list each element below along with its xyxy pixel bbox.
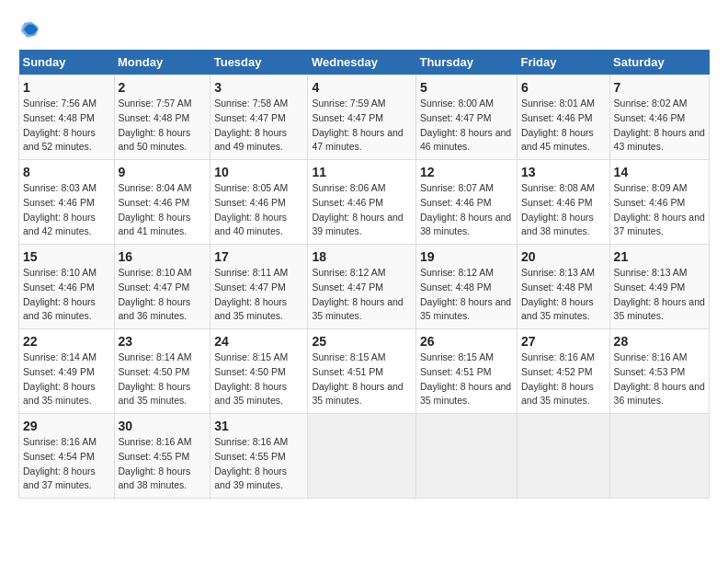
day-number: 16 [119, 249, 207, 264]
day-detail: Sunrise: 8:07 AMSunset: 4:46 PMDaylight:… [420, 182, 511, 236]
calendar-cell: 16 Sunrise: 8:10 AMSunset: 4:47 PMDaylig… [114, 245, 210, 329]
day-detail: Sunrise: 8:05 AMSunset: 4:46 PMDaylight:… [214, 182, 288, 236]
day-detail: Sunrise: 8:11 AMSunset: 4:47 PMDaylight:… [214, 267, 288, 321]
calendar-cell: 10 Sunrise: 8:05 AMSunset: 4:46 PMDaylig… [210, 160, 308, 245]
calendar-cell [308, 414, 416, 499]
day-number: 14 [614, 165, 705, 179]
calendar-week-1: 1 Sunrise: 7:56 AMSunset: 4:48 PMDayligh… [19, 75, 710, 160]
calendar-cell: 26 Sunrise: 8:15 AMSunset: 4:51 PMDaylig… [415, 329, 517, 414]
calendar-cell: 21 Sunrise: 8:13 AMSunset: 4:49 PMDaylig… [609, 245, 709, 329]
day-detail: Sunrise: 8:16 AMSunset: 4:55 PMDaylight:… [119, 436, 192, 490]
day-detail: Sunrise: 8:16 AMSunset: 4:55 PMDaylight:… [214, 436, 288, 490]
calendar-cell: 7 Sunrise: 8:02 AMSunset: 4:46 PMDayligh… [609, 75, 709, 160]
day-number: 28 [614, 334, 705, 349]
day-number: 9 [119, 165, 207, 179]
calendar-cell: 4 Sunrise: 7:59 AMSunset: 4:47 PMDayligh… [308, 75, 416, 160]
calendar-cell: 2 Sunrise: 7:57 AMSunset: 4:48 PMDayligh… [114, 75, 210, 160]
day-number: 17 [214, 249, 303, 264]
calendar-cell: 23 Sunrise: 8:14 AMSunset: 4:50 PMDaylig… [114, 329, 210, 414]
day-detail: Sunrise: 8:03 AMSunset: 4:46 PMDaylight:… [23, 182, 97, 236]
day-number: 18 [312, 249, 412, 264]
calendar-cell: 19 Sunrise: 8:12 AMSunset: 4:48 PMDaylig… [415, 245, 517, 329]
calendar-cell: 6 Sunrise: 8:01 AMSunset: 4:46 PMDayligh… [517, 75, 609, 160]
calendar-week-2: 8 Sunrise: 8:03 AMSunset: 4:46 PMDayligh… [19, 160, 710, 245]
day-detail: Sunrise: 8:16 AMSunset: 4:52 PMDaylight:… [521, 351, 595, 406]
calendar-cell: 3 Sunrise: 7:58 AMSunset: 4:47 PMDayligh… [210, 75, 308, 160]
calendar-cell: 13 Sunrise: 8:08 AMSunset: 4:46 PMDaylig… [517, 160, 609, 245]
calendar-table: SundayMondayTuesdayWednesdayThursdayFrid… [18, 50, 710, 499]
day-detail: Sunrise: 8:09 AMSunset: 4:46 PMDaylight:… [614, 182, 705, 236]
calendar-cell: 22 Sunrise: 8:14 AMSunset: 4:49 PMDaylig… [19, 329, 115, 414]
day-detail: Sunrise: 8:10 AMSunset: 4:47 PMDaylight:… [119, 267, 192, 321]
calendar-cell: 29 Sunrise: 8:16 AMSunset: 4:54 PMDaylig… [19, 414, 115, 499]
calendar-cell: 5 Sunrise: 8:00 AMSunset: 4:47 PMDayligh… [415, 75, 517, 160]
calendar-cell: 8 Sunrise: 8:03 AMSunset: 4:46 PMDayligh… [19, 160, 115, 245]
day-detail: Sunrise: 8:14 AMSunset: 4:50 PMDaylight:… [119, 351, 192, 406]
calendar-cell: 11 Sunrise: 8:06 AMSunset: 4:46 PMDaylig… [308, 160, 416, 245]
day-number: 31 [214, 419, 303, 433]
calendar-cell [415, 414, 517, 499]
day-number: 23 [119, 334, 207, 349]
day-number: 6 [521, 80, 606, 95]
day-detail: Sunrise: 8:16 AMSunset: 4:53 PMDaylight:… [614, 351, 705, 406]
day-detail: Sunrise: 8:08 AMSunset: 4:46 PMDaylight:… [521, 182, 595, 236]
day-number: 19 [420, 249, 513, 264]
day-number: 2 [119, 80, 207, 95]
day-header-tuesday: Tuesday [210, 50, 308, 75]
day-detail: Sunrise: 8:15 AMSunset: 4:51 PMDaylight:… [312, 351, 403, 406]
day-detail: Sunrise: 8:00 AMSunset: 4:47 PMDaylight:… [420, 98, 511, 152]
day-detail: Sunrise: 8:04 AMSunset: 4:46 PMDaylight:… [119, 182, 192, 236]
day-header-thursday: Thursday [415, 50, 517, 75]
day-detail: Sunrise: 8:12 AMSunset: 4:47 PMDaylight:… [312, 267, 403, 321]
day-detail: Sunrise: 8:01 AMSunset: 4:46 PMDaylight:… [521, 98, 595, 152]
logo-icon [18, 18, 40, 40]
day-detail: Sunrise: 8:15 AMSunset: 4:51 PMDaylight:… [420, 351, 511, 406]
calendar-cell: 31 Sunrise: 8:16 AMSunset: 4:55 PMDaylig… [210, 414, 308, 499]
day-detail: Sunrise: 8:10 AMSunset: 4:46 PMDaylight:… [23, 267, 97, 321]
calendar-cell: 24 Sunrise: 8:15 AMSunset: 4:50 PMDaylig… [210, 329, 308, 414]
day-detail: Sunrise: 8:13 AMSunset: 4:48 PMDaylight:… [521, 267, 595, 321]
day-number: 11 [312, 165, 412, 179]
day-number: 13 [521, 165, 606, 179]
calendar-cell: 20 Sunrise: 8:13 AMSunset: 4:48 PMDaylig… [517, 245, 609, 329]
calendar-cell: 28 Sunrise: 8:16 AMSunset: 4:53 PMDaylig… [609, 329, 709, 414]
day-number: 21 [614, 249, 705, 264]
calendar-cell: 25 Sunrise: 8:15 AMSunset: 4:51 PMDaylig… [308, 329, 416, 414]
calendar-cell: 15 Sunrise: 8:10 AMSunset: 4:46 PMDaylig… [19, 245, 115, 329]
day-number: 26 [420, 334, 513, 349]
day-number: 7 [614, 80, 705, 95]
day-number: 15 [23, 249, 110, 264]
header [18, 18, 710, 40]
calendar-cell [609, 414, 709, 499]
day-detail: Sunrise: 8:12 AMSunset: 4:48 PMDaylight:… [420, 267, 511, 321]
day-number: 3 [214, 80, 303, 95]
day-number: 12 [420, 165, 513, 179]
day-number: 30 [119, 419, 207, 433]
day-header-wednesday: Wednesday [308, 50, 416, 75]
day-detail: Sunrise: 7:57 AMSunset: 4:48 PMDaylight:… [119, 98, 192, 152]
day-number: 29 [23, 419, 110, 433]
day-detail: Sunrise: 8:16 AMSunset: 4:54 PMDaylight:… [23, 436, 97, 490]
day-detail: Sunrise: 8:14 AMSunset: 4:49 PMDaylight:… [23, 351, 97, 406]
day-detail: Sunrise: 7:56 AMSunset: 4:48 PMDaylight:… [23, 98, 97, 152]
day-header-sunday: Sunday [19, 50, 115, 75]
day-number: 8 [23, 165, 110, 179]
calendar-week-4: 22 Sunrise: 8:14 AMSunset: 4:49 PMDaylig… [19, 329, 710, 414]
calendar-cell: 1 Sunrise: 7:56 AMSunset: 4:48 PMDayligh… [19, 75, 115, 160]
day-header-monday: Monday [114, 50, 210, 75]
day-detail: Sunrise: 8:06 AMSunset: 4:46 PMDaylight:… [312, 182, 403, 236]
day-number: 20 [521, 249, 606, 264]
day-detail: Sunrise: 8:13 AMSunset: 4:49 PMDaylight:… [614, 267, 705, 321]
calendar-cell: 27 Sunrise: 8:16 AMSunset: 4:52 PMDaylig… [517, 329, 609, 414]
day-detail: Sunrise: 7:58 AMSunset: 4:47 PMDaylight:… [214, 98, 288, 152]
day-header-saturday: Saturday [609, 50, 709, 75]
calendar-header-row: SundayMondayTuesdayWednesdayThursdayFrid… [19, 50, 710, 75]
day-number: 1 [23, 80, 110, 95]
logo [18, 18, 44, 40]
day-number: 5 [420, 80, 513, 95]
day-number: 27 [521, 334, 606, 349]
calendar-cell [517, 414, 609, 499]
calendar-week-5: 29 Sunrise: 8:16 AMSunset: 4:54 PMDaylig… [19, 414, 710, 499]
day-number: 24 [214, 334, 303, 349]
day-detail: Sunrise: 7:59 AMSunset: 4:47 PMDaylight:… [312, 98, 403, 152]
